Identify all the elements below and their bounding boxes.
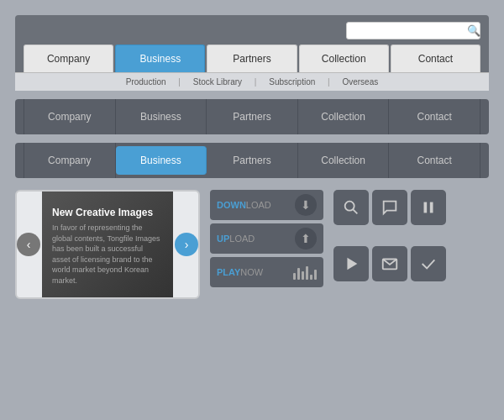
upload-label: UPLOAD — [217, 234, 255, 244]
comment-icon — [381, 198, 399, 217]
check-icon — [419, 255, 438, 273]
search-row: 🔍 — [24, 22, 480, 39]
upload-icon: ⬆ — [295, 228, 317, 249]
search-icon — [342, 198, 360, 217]
download-icon: ⬇ — [295, 194, 317, 216]
slider-text: In favor of representing the global cont… — [42, 223, 173, 286]
nav3-tab-partners[interactable]: Partners — [207, 143, 298, 178]
nav3-tab-collection[interactable]: Collection — [298, 143, 390, 178]
search-input[interactable] — [351, 26, 467, 36]
check-icon-button[interactable] — [411, 246, 446, 281]
slider-prev-button[interactable]: ‹ — [17, 233, 40, 256]
nav1-tab-business[interactable]: Business — [115, 45, 205, 72]
nav3-tab-contact[interactable]: Contact — [389, 143, 480, 178]
nav1-tab-company[interactable]: Company — [24, 45, 113, 72]
pause-icon-button[interactable] — [411, 190, 446, 225]
nav1-tabs: Company Business Partners Collection Con… — [24, 45, 480, 72]
search-icon: 🔍 — [467, 24, 480, 37]
nav2-tab-contact[interactable]: Contact — [389, 99, 480, 134]
navbar-1: 🔍 Company Business Partners Collection C… — [15, 15, 489, 91]
play-icon — [342, 255, 360, 273]
submenu-subscription[interactable]: Subscription — [269, 77, 315, 87]
download-button[interactable]: DOWNLOAD ⬇ — [210, 190, 323, 220]
download-label: DOWNLOAD — [217, 200, 271, 210]
svg-line-1 — [353, 209, 357, 213]
search-icon-button[interactable] — [333, 190, 369, 225]
submenu-stock[interactable]: Stock Library — [193, 77, 242, 87]
action-buttons: DOWNLOAD ⬇ UPLOAD ⬆ PLAYNOW — [210, 190, 323, 299]
nav2-tab-company[interactable]: Company — [24, 99, 116, 134]
svg-rect-2 — [424, 202, 428, 213]
svg-point-0 — [345, 202, 354, 211]
playnow-label: PLAYNOW — [217, 267, 263, 277]
slider-content: New Creative Images In favor of represen… — [42, 192, 173, 297]
playnow-button[interactable]: PLAYNOW — [210, 257, 323, 287]
svg-rect-3 — [430, 202, 433, 213]
play-icon-button[interactable] — [333, 246, 369, 281]
pause-icon — [419, 198, 438, 217]
navbar-2: Company Business Partners Collection Con… — [15, 99, 489, 134]
mail-icon-button[interactable] — [372, 246, 407, 281]
nav1-tab-partners[interactable]: Partners — [207, 45, 297, 72]
bars-icon — [293, 265, 317, 280]
icon-grid — [333, 190, 446, 299]
svg-marker-4 — [347, 258, 357, 270]
nav2-tab-partners[interactable]: Partners — [207, 99, 298, 134]
submenu-overseas[interactable]: Overseas — [342, 77, 378, 87]
slider-title: New Creative Images — [42, 192, 173, 223]
bottom-section: ‹ New Creative Images In favor of repres… — [15, 190, 489, 299]
upload-button[interactable]: UPLOAD ⬆ — [210, 223, 323, 254]
search-box[interactable]: 🔍 — [346, 22, 480, 39]
nav2-tab-business[interactable]: Business — [116, 99, 207, 134]
sub-menu: Production | Stock Library | Subscriptio… — [15, 72, 489, 91]
navbar-3: Company Business Partners Collection Con… — [15, 143, 489, 178]
nav3-tab-company[interactable]: Company — [24, 143, 116, 178]
slider-next-button[interactable]: › — [175, 233, 198, 256]
nav1-tab-collection[interactable]: Collection — [299, 45, 389, 72]
mail-icon — [381, 255, 399, 273]
slider-widget: ‹ New Creative Images In favor of repres… — [15, 190, 200, 299]
nav1-tab-contact[interactable]: Contact — [391, 45, 480, 72]
nav2-tab-collection[interactable]: Collection — [298, 99, 390, 134]
submenu-production[interactable]: Production — [126, 77, 166, 87]
nav3-tab-business[interactable]: Business — [116, 146, 207, 175]
comment-icon-button[interactable] — [372, 190, 407, 225]
